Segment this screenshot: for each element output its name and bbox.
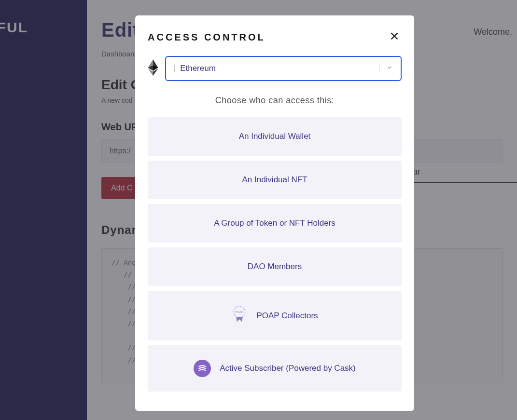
option-label: POAP Collectors <box>256 311 318 321</box>
modal-header: ACCESS CONTROL <box>148 29 402 45</box>
close-icon <box>389 35 400 43</box>
option-label: An Individual Wallet <box>239 132 311 141</box>
network-row: Ethereum <box>148 56 402 81</box>
cask-icon <box>194 360 211 377</box>
close-button[interactable] <box>387 29 402 45</box>
access-control-modal: ACCESS CONTROL Ethereum Choose who can a… <box>135 15 414 411</box>
option-cask-subscriber[interactable]: Active Subscriber (Powered by Cask) <box>148 345 402 392</box>
chevron-down-icon <box>379 64 393 73</box>
option-label: Active Subscriber (Powered by Cask) <box>220 364 356 373</box>
option-poap-collectors[interactable]: POAP POAP Collectors <box>148 291 402 340</box>
choose-label: Choose who can access this: <box>148 95 402 106</box>
svg-text:POAP: POAP <box>236 311 244 313</box>
option-individual-wallet[interactable]: An Individual Wallet <box>148 117 402 156</box>
poap-icon: POAP <box>231 305 248 326</box>
option-label: A Group of Token or NFT Holders <box>214 218 335 228</box>
option-label: An Individual NFT <box>242 175 307 185</box>
ethereum-icon <box>148 59 158 78</box>
access-options: An Individual Wallet An Individual NFT A… <box>148 117 402 392</box>
network-select[interactable]: Ethereum <box>165 56 402 81</box>
option-token-holders[interactable]: A Group of Token or NFT Holders <box>148 204 402 243</box>
option-label: DAO Members <box>248 262 302 271</box>
option-dao-members[interactable]: DAO Members <box>148 247 402 286</box>
option-individual-nft[interactable]: An Individual NFT <box>148 161 402 199</box>
network-select-value: Ethereum <box>174 64 216 73</box>
modal-title: ACCESS CONTROL <box>148 32 265 43</box>
